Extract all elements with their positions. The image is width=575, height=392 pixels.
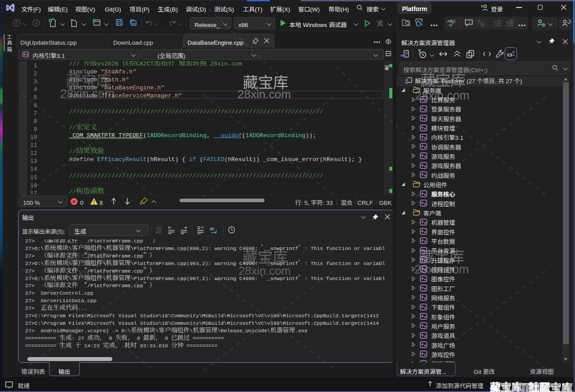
svg-text:ab: ab bbox=[210, 227, 214, 231]
svg-text:ABC: ABC bbox=[447, 19, 456, 23]
